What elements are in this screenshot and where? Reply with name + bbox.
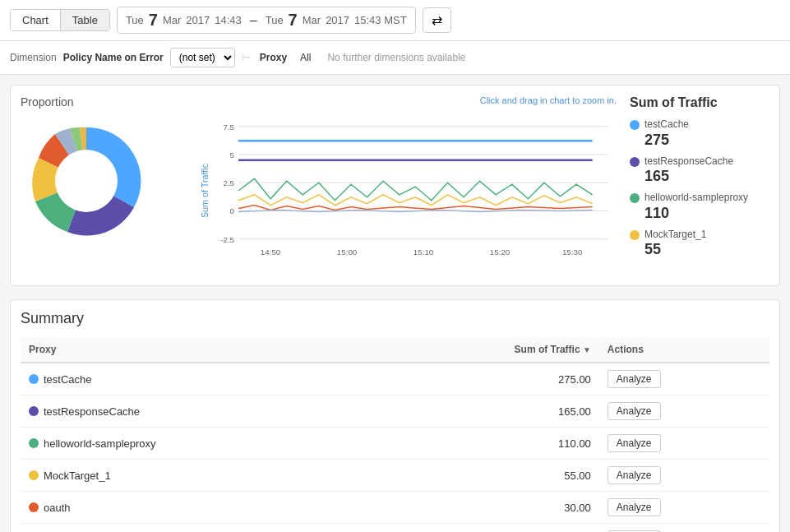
chart-section: Proportion (10, 85, 780, 286)
analyze-button-4[interactable]: Analyze (608, 498, 661, 516)
zoom-hint: Click and drag in chart to zoom in. (198, 95, 617, 105)
proxy-color-dot-3 (29, 470, 39, 480)
dimension-value: Policy Name on Error (63, 52, 164, 63)
svg-text:5: 5 (230, 150, 235, 160)
traffic-cell-2: 110.00 (372, 428, 599, 460)
svg-text:2.5: 2.5 (223, 178, 234, 187)
legend-name-0: testCache (644, 118, 689, 132)
col-traffic[interactable]: Sum of Traffic ▼ (372, 337, 599, 363)
chart-tab[interactable]: Chart (11, 10, 61, 30)
legend-name-1: testResponseCache (644, 155, 733, 169)
end-year: 2017 (326, 14, 349, 26)
donut-chart (21, 115, 152, 247)
svg-text:14:50: 14:50 (261, 247, 281, 257)
col-actions: Actions (599, 337, 769, 363)
proxy-name-4: oauth (44, 502, 71, 514)
svg-text:15:20: 15:20 (490, 247, 510, 257)
action-cell-3: Analyze (599, 460, 769, 492)
action-cell-1: Analyze (599, 396, 769, 428)
legend-name-3: MockTarget_1 (644, 229, 706, 242)
proxy-cell-3: MockTarget_1 (21, 460, 372, 492)
proxy-name-0: testCache (44, 373, 92, 386)
proxy-color-dot-0 (29, 374, 39, 384)
summary-title: Summary (21, 310, 769, 327)
end-month: Mar (303, 14, 321, 26)
svg-text:15:10: 15:10 (413, 247, 434, 257)
svg-text:Sum of Traffic: Sum of Traffic (200, 163, 210, 218)
proxy-color-dot-1 (29, 406, 39, 416)
svg-text:15:00: 15:00 (337, 247, 358, 257)
legend-item-2: helloworld-sampleproxy 110 (630, 192, 769, 222)
end-date: 7 (289, 11, 298, 30)
action-cell-4: Analyze (599, 492, 769, 524)
proxy-color-dot-4 (29, 502, 39, 512)
proxy-link[interactable]: Proxy (256, 50, 290, 65)
analyze-button-2[interactable]: Analyze (608, 434, 661, 452)
refresh-button[interactable]: ⇄ (423, 7, 451, 33)
table-row: testResponseCache 165.00 Analyze (21, 396, 769, 428)
legend-dot-3 (630, 230, 640, 240)
analyze-button-3[interactable]: Analyze (608, 466, 661, 484)
dimension-label: Dimension (10, 52, 57, 63)
svg-point-0 (55, 150, 118, 212)
dimension-note: No further dimensions available (327, 52, 465, 63)
summary-section: Summary Proxy Sum of Traffic ▼ Actions t… (10, 299, 780, 532)
line-chart-svg[interactable]: 7.5 5 2.5 0 -2.5 Sum of Traffic 14:50 15… (198, 109, 617, 273)
start-day: Tue (126, 14, 144, 26)
table-row: sandbox 22.00 Analyze (21, 524, 769, 533)
proxy-cell-5: sandbox (21, 524, 372, 533)
table-tab[interactable]: Table (61, 10, 109, 30)
legend-dot-1 (630, 157, 640, 167)
start-time: 14:43 (215, 14, 242, 26)
legend-val-1: 165 (644, 168, 733, 185)
proxy-name-1: testResponseCache (44, 405, 140, 418)
legend-item-0: testCache 275 (630, 118, 769, 149)
start-month: Mar (163, 14, 181, 26)
svg-text:-2.5: -2.5 (220, 235, 234, 244)
main-content: Proportion (0, 75, 790, 532)
svg-text:7.5: 7.5 (223, 123, 234, 132)
dimension-bar: Dimension Policy Name on Error (not set)… (0, 41, 790, 75)
end-time: 15:43 MST (354, 14, 407, 26)
table-row: MockTarget_1 55.00 Analyze (21, 460, 769, 492)
legend-dot-2 (630, 193, 640, 203)
summary-table: Proxy Sum of Traffic ▼ Actions testCache… (21, 337, 769, 532)
action-cell-2: Analyze (599, 428, 769, 460)
proxy-name-2: helloworld-sampleproxy (44, 437, 156, 450)
end-day: Tue (266, 14, 284, 26)
sort-icon: ▼ (583, 345, 591, 354)
proxy-cell-4: oauth (21, 492, 372, 524)
table-row: testCache 275.00 Analyze (21, 363, 769, 396)
legend-val-2: 110 (644, 205, 748, 222)
dimension-select[interactable]: (not set) (170, 48, 235, 67)
traffic-cell-3: 55.00 (372, 460, 599, 492)
legend-title: Sum of Traffic (630, 95, 769, 110)
dimension-separator: ⊢ (242, 52, 250, 63)
proxy-name-3: MockTarget_1 (44, 470, 111, 482)
date-range[interactable]: Tue 7 Mar 2017 14:43 – Tue 7 Mar 2017 15… (117, 7, 416, 34)
all-link[interactable]: All (297, 50, 314, 65)
proxy-color-dot-2 (29, 438, 39, 448)
date-separator: – (250, 13, 257, 28)
action-cell-0: Analyze (599, 363, 769, 396)
analyze-button-1[interactable]: Analyze (608, 402, 661, 420)
traffic-cell-4: 30.00 (372, 492, 599, 524)
proportion-area: Proportion (21, 95, 185, 275)
legend-val-3: 55 (644, 241, 706, 258)
legend-val-0: 275 (644, 132, 689, 149)
proxy-cell-2: helloworld-sampleproxy (21, 428, 372, 460)
proxy-cell-0: testCache (21, 363, 372, 396)
legend-name-2: helloworld-sampleproxy (644, 192, 748, 205)
traffic-cell-1: 165.00 (372, 396, 599, 428)
legend-item-1: testResponseCache 165 (630, 155, 769, 186)
table-row: oauth 30.00 Analyze (21, 492, 769, 524)
start-date: 7 (149, 11, 158, 30)
proportion-title: Proportion (21, 95, 185, 109)
proxy-cell-1: testResponseCache (21, 396, 372, 428)
analyze-button-0[interactable]: Analyze (608, 370, 661, 388)
legend-item-3: MockTarget_1 55 (630, 229, 769, 259)
tab-group: Chart Table (10, 9, 110, 31)
top-bar: Chart Table Tue 7 Mar 2017 14:43 – Tue 7… (0, 0, 790, 41)
svg-text:15:30: 15:30 (562, 247, 583, 257)
table-row: helloworld-sampleproxy 110.00 Analyze (21, 428, 769, 460)
